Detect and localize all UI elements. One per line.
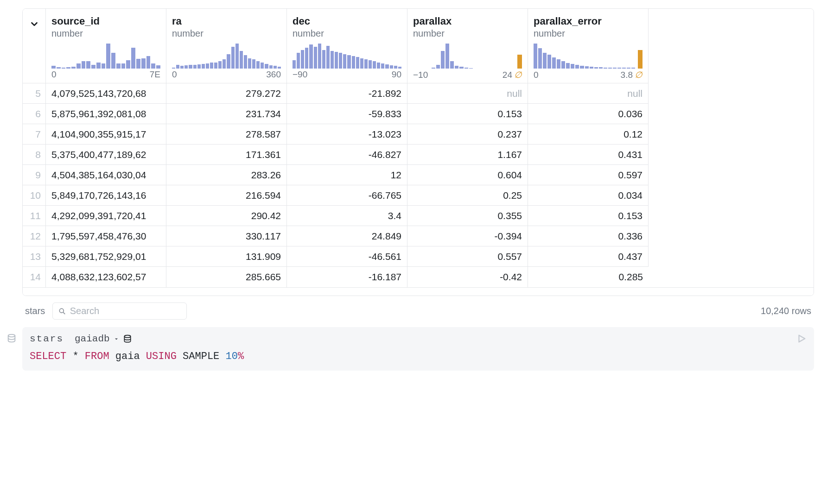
database-icon [123, 334, 132, 344]
table-cell[interactable]: 0.034 [528, 185, 649, 206]
column-axis: 07E [51, 69, 160, 80]
column-name: source_id [51, 15, 160, 27]
search-input[interactable] [70, 306, 181, 316]
table-cell[interactable]: 0.336 [528, 226, 649, 246]
row-count: 10,240 rows [761, 306, 811, 316]
table-cell[interactable]: 0.431 [528, 145, 649, 165]
column-header[interactable]: source_idnumber07E [46, 9, 166, 83]
table-cell[interactable]: 330.117 [166, 226, 287, 246]
table-cell[interactable]: null [528, 83, 649, 104]
run-button[interactable] [796, 334, 807, 344]
column-header[interactable]: decnumber−9090 [287, 9, 407, 83]
column-type: number [534, 28, 643, 39]
row-index[interactable]: 13 [23, 246, 46, 267]
table-cell[interactable]: 0.237 [407, 124, 528, 145]
null-indicator-icon: ∅ [514, 69, 522, 80]
table-cell[interactable]: 5,875,961,392,081,08 [46, 104, 166, 124]
table-cell[interactable]: -0.394 [407, 226, 528, 246]
table-cell[interactable]: 4,104,900,355,915,17 [46, 124, 166, 145]
table-cell[interactable]: -46.561 [287, 246, 407, 267]
table-cell[interactable]: null [407, 83, 528, 104]
table-cell[interactable]: 0.604 [407, 165, 528, 185]
column-type: number [413, 28, 522, 39]
column-axis: −1024∅ [413, 69, 522, 80]
table-cell[interactable]: -21.892 [287, 83, 407, 104]
sql-cell[interactable]: stars gaiadb SELECT * FROM gaia USING SA… [22, 327, 814, 371]
table-cell[interactable]: 278.587 [166, 124, 287, 145]
row-index[interactable]: 10 [23, 185, 46, 206]
caret-down-icon [114, 336, 119, 342]
row-index[interactable]: 8 [23, 145, 46, 165]
svg-point-2 [8, 334, 15, 337]
table-cell[interactable]: 4,088,632,123,602,57 [46, 267, 166, 287]
table-cell[interactable]: 290.42 [166, 206, 287, 226]
null-indicator-icon: ∅ [635, 69, 643, 80]
table-cell[interactable]: 0.036 [528, 104, 649, 124]
db-selector[interactable]: gaiadb [75, 334, 132, 344]
table-cell[interactable]: 171.361 [166, 145, 287, 165]
table-cell[interactable]: -0.42 [407, 267, 528, 287]
table-cell[interactable]: 0.153 [407, 104, 528, 124]
table-cell[interactable]: -13.023 [287, 124, 407, 145]
table-cell[interactable]: 0.557 [407, 246, 528, 267]
table-cell[interactable]: 0.355 [407, 206, 528, 226]
table-cell[interactable]: 283.26 [166, 165, 287, 185]
column-histogram [293, 44, 401, 69]
table-cell[interactable]: 216.594 [166, 185, 287, 206]
table-cell[interactable]: 231.734 [166, 104, 287, 124]
table-cell[interactable]: 5,329,681,752,929,01 [46, 246, 166, 267]
row-index[interactable]: 6 [23, 104, 46, 124]
expand-toggle[interactable] [23, 9, 46, 83]
table-cell[interactable]: 5,375,400,477,189,62 [46, 145, 166, 165]
play-icon [796, 334, 807, 344]
table-cell[interactable]: 5,849,170,726,143,16 [46, 185, 166, 206]
search-box[interactable] [52, 302, 187, 320]
column-header[interactable]: parallaxnumber−1024∅ [407, 9, 528, 83]
table-cell[interactable]: 279.272 [166, 83, 287, 104]
table-cell[interactable]: 0.153 [528, 206, 649, 226]
table-cell[interactable]: 24.849 [287, 226, 407, 246]
table-cell[interactable]: -59.833 [287, 104, 407, 124]
table-cell[interactable]: 4,504,385,164,030,04 [46, 165, 166, 185]
table-cell[interactable]: 1.167 [407, 145, 528, 165]
column-axis: 0360 [172, 69, 281, 80]
table-cell[interactable]: 12 [287, 165, 407, 185]
table-cell[interactable]: -46.827 [287, 145, 407, 165]
search-icon [58, 307, 66, 315]
column-header[interactable]: ranumber0360 [166, 9, 287, 83]
table-cell[interactable]: -16.187 [287, 267, 407, 287]
table-cell[interactable]: 131.909 [166, 246, 287, 267]
row-index[interactable]: 9 [23, 165, 46, 185]
table-cell[interactable]: 0.285 [528, 267, 649, 287]
column-axis: 03.8∅ [534, 69, 643, 80]
column-header[interactable]: parallax_errornumber03.8∅ [528, 9, 649, 83]
table-cell[interactable]: 4,292,099,391,720,41 [46, 206, 166, 226]
row-index[interactable]: 7 [23, 124, 46, 145]
table-cell[interactable]: 0.597 [528, 165, 649, 185]
row-index[interactable]: 5 [23, 83, 46, 104]
table-cell[interactable]: 0.12 [528, 124, 649, 145]
column-name: parallax_error [534, 15, 643, 27]
column-type: number [51, 28, 160, 39]
sql-cell-name: stars [30, 334, 64, 344]
column-histogram [534, 44, 643, 69]
column-type: number [172, 28, 281, 39]
column-name: dec [293, 15, 401, 27]
table-cell[interactable]: 3.4 [287, 206, 407, 226]
chevron-down-icon [29, 19, 39, 29]
column-histogram [172, 44, 281, 69]
table-cell[interactable]: 285.665 [166, 267, 287, 287]
row-index[interactable]: 14 [23, 267, 46, 287]
database-icon [6, 334, 17, 344]
column-name: parallax [413, 15, 522, 27]
row-index[interactable]: 11 [23, 206, 46, 226]
svg-point-3 [124, 335, 130, 337]
table-cell[interactable]: 4,079,525,143,720,68 [46, 83, 166, 104]
table-cell[interactable]: -66.765 [287, 185, 407, 206]
table-cell[interactable]: 1,795,597,458,476,30 [46, 226, 166, 246]
table-cell[interactable]: 0.437 [528, 246, 649, 267]
sql-code[interactable]: SELECT * FROM gaia USING SAMPLE 10% [30, 351, 807, 362]
row-index[interactable]: 12 [23, 226, 46, 246]
column-axis: −9090 [293, 69, 401, 80]
table-cell[interactable]: 0.25 [407, 185, 528, 206]
